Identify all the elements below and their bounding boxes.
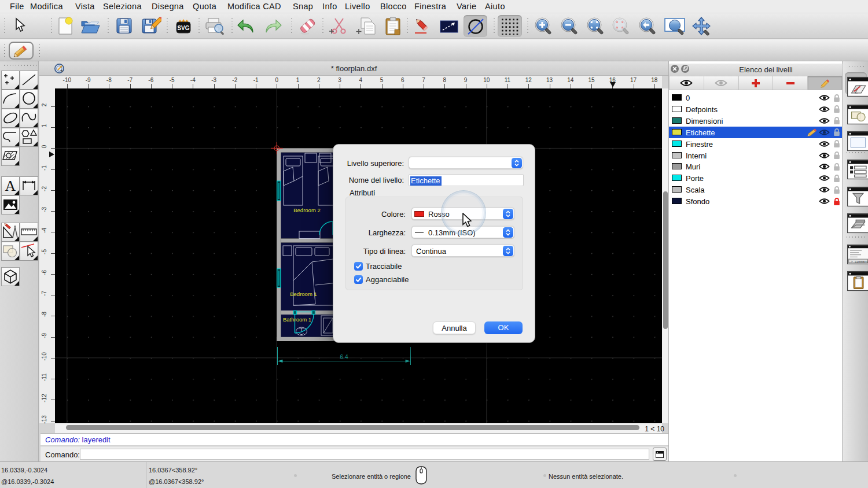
svg-text:Bathroom 1: Bathroom 1 (283, 316, 311, 323)
svg-text:Bedroom 1: Bedroom 1 (290, 291, 317, 297)
svg-text:Bedroom 2: Bedroom 2 (293, 207, 320, 213)
svg-text:A: A (5, 178, 16, 194)
svg-text:SVG: SVG (177, 25, 189, 31)
svg-text:> command: > command (851, 260, 868, 264)
svg-text:6.4: 6.4 (340, 354, 348, 360)
